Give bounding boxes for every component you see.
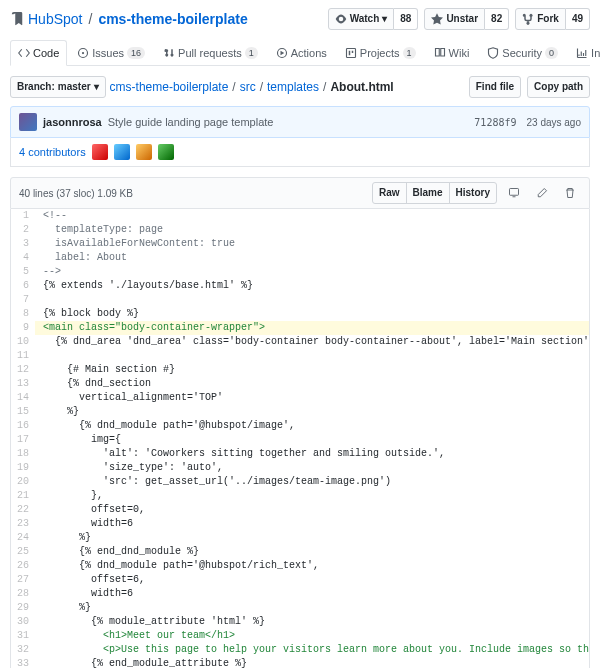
code-cell[interactable]: width=6 [35, 517, 590, 531]
code-cell[interactable]: %} [35, 601, 590, 615]
commit-author[interactable]: jasonnrosa [43, 116, 102, 128]
code-cell[interactable]: isAvailableForNewContent: true [35, 237, 590, 251]
line-number[interactable]: 19 [11, 461, 35, 475]
code-cell[interactable]: img={ [35, 433, 590, 447]
line-number[interactable]: 17 [11, 433, 35, 447]
code-cell[interactable]: <main class="body-container-wrapper"> [35, 321, 590, 335]
line-number[interactable]: 4 [11, 251, 35, 265]
avatar[interactable] [136, 144, 152, 160]
tab-issues[interactable]: Issues16 [69, 40, 153, 65]
code-cell[interactable]: {% dnd_module path='@hubspot/rich_text', [35, 559, 590, 573]
code-cell[interactable]: --> [35, 265, 590, 279]
line-number[interactable]: 9 [11, 321, 35, 335]
watch-button[interactable]: Watch ▾ [328, 8, 395, 30]
line-number[interactable]: 6 [11, 279, 35, 293]
code-cell[interactable]: {% extends './layouts/base.html' %} [35, 279, 590, 293]
desktop-icon[interactable] [503, 183, 525, 203]
line-number[interactable]: 22 [11, 503, 35, 517]
code-cell[interactable]: templateType: page [35, 223, 590, 237]
tab-code[interactable]: Code [10, 40, 67, 66]
commit-hash[interactable]: 71288f9 [474, 117, 516, 128]
code-cell[interactable]: {% end_module_attribute %} [35, 657, 590, 668]
breadcrumb-src[interactable]: src [240, 80, 256, 94]
code-cell[interactable]: <h1>Meet our team</h1> [35, 629, 590, 643]
line-number[interactable]: 11 [11, 349, 35, 363]
line-number[interactable]: 15 [11, 405, 35, 419]
breadcrumb-templates[interactable]: templates [267, 80, 319, 94]
line-number[interactable]: 29 [11, 601, 35, 615]
tab-actions[interactable]: Actions [268, 40, 335, 65]
edit-icon[interactable] [531, 183, 553, 203]
star-count[interactable]: 82 [485, 8, 509, 30]
line-number[interactable]: 24 [11, 531, 35, 545]
line-number[interactable]: 12 [11, 363, 35, 377]
code-cell[interactable]: {% block body %} [35, 307, 590, 321]
line-number[interactable]: 20 [11, 475, 35, 489]
watch-count[interactable]: 88 [394, 8, 418, 30]
code-cell[interactable]: <p>Use this page to help your visitors l… [35, 643, 590, 657]
trash-icon[interactable] [559, 183, 581, 203]
line-number[interactable]: 21 [11, 489, 35, 503]
avatar[interactable] [114, 144, 130, 160]
line-number[interactable]: 31 [11, 629, 35, 643]
line-number[interactable]: 26 [11, 559, 35, 573]
code-cell[interactable]: {% module_attribute 'html' %} [35, 615, 590, 629]
code-cell[interactable] [35, 293, 590, 307]
line-number[interactable]: 28 [11, 587, 35, 601]
avatar[interactable] [92, 144, 108, 160]
copy-path-button[interactable]: Copy path [527, 76, 590, 98]
line-number[interactable]: 1 [11, 209, 35, 223]
tab-projects[interactable]: Projects1 [337, 40, 424, 65]
line-number[interactable]: 14 [11, 391, 35, 405]
code-cell[interactable]: 'src': get_asset_url('../images/team-ima… [35, 475, 590, 489]
line-number[interactable]: 8 [11, 307, 35, 321]
find-file-button[interactable]: Find file [469, 76, 521, 98]
code-cell[interactable]: <!-- [35, 209, 590, 223]
raw-button[interactable]: Raw [372, 182, 407, 204]
tab-pulls[interactable]: Pull requests1 [155, 40, 266, 65]
line-number[interactable]: 27 [11, 573, 35, 587]
line-number[interactable]: 32 [11, 643, 35, 657]
line-number[interactable]: 10 [11, 335, 35, 349]
code-cell[interactable]: {# Main section #} [35, 363, 590, 377]
code-cell[interactable]: {% dnd_area 'dnd_area' class='body-conta… [35, 335, 590, 349]
code-cell[interactable]: {% dnd_section [35, 377, 590, 391]
code-cell[interactable]: {% dnd_module path='@hubspot/image', [35, 419, 590, 433]
commit-message[interactable]: Style guide landing page template [108, 116, 274, 128]
avatar[interactable] [158, 144, 174, 160]
star-button[interactable]: Unstar [424, 8, 485, 30]
owner-link[interactable]: HubSpot [28, 11, 82, 27]
code-cell[interactable] [35, 349, 590, 363]
contributors-link[interactable]: 4 contributors [19, 146, 86, 158]
code-cell[interactable]: 'alt': 'Coworkers sitting together and s… [35, 447, 590, 461]
code-cell[interactable]: %} [35, 405, 590, 419]
tab-wiki[interactable]: Wiki [426, 40, 478, 65]
fork-button[interactable]: Fork [515, 8, 566, 30]
tab-security[interactable]: Security0 [479, 40, 566, 65]
line-number[interactable]: 5 [11, 265, 35, 279]
history-button[interactable]: History [449, 182, 497, 204]
line-number[interactable]: 18 [11, 447, 35, 461]
line-number[interactable]: 23 [11, 517, 35, 531]
line-number[interactable]: 33 [11, 657, 35, 668]
code-cell[interactable]: }, [35, 489, 590, 503]
branch-selector[interactable]: Branch: master ▾ [10, 76, 106, 98]
line-number[interactable]: 3 [11, 237, 35, 251]
code-cell[interactable]: width=6 [35, 587, 590, 601]
breadcrumb-root[interactable]: cms-theme-boilerplate [110, 80, 229, 94]
line-number[interactable]: 25 [11, 545, 35, 559]
code-cell[interactable]: %} [35, 531, 590, 545]
code-cell[interactable]: vertical_alignment='TOP' [35, 391, 590, 405]
code-cell[interactable]: {% end_dnd_module %} [35, 545, 590, 559]
code-cell[interactable]: offset=0, [35, 503, 590, 517]
avatar[interactable] [19, 113, 37, 131]
code-cell[interactable]: offset=6, [35, 573, 590, 587]
line-number[interactable]: 7 [11, 293, 35, 307]
line-number[interactable]: 16 [11, 419, 35, 433]
blame-button[interactable]: Blame [406, 182, 450, 204]
tab-insights[interactable]: Insights [568, 40, 600, 65]
line-number[interactable]: 30 [11, 615, 35, 629]
line-number[interactable]: 2 [11, 223, 35, 237]
code-cell[interactable]: 'size_type': 'auto', [35, 461, 590, 475]
line-number[interactable]: 13 [11, 377, 35, 391]
